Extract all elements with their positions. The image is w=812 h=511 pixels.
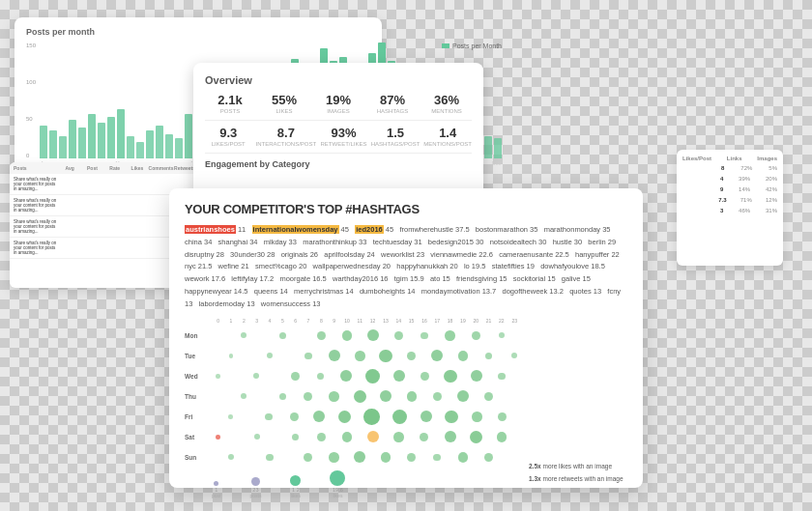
bubble (445, 411, 458, 424)
bubble (313, 411, 325, 422)
metric-lpp-label: LIKES/POST (205, 141, 252, 147)
metric-images-value: 19% (313, 94, 363, 106)
bubble (317, 373, 325, 381)
row-post-text: Share what's really on your content for … (14, 241, 59, 255)
bubble-cell (508, 427, 521, 446)
bubble-cell (392, 447, 405, 467)
bubble (445, 431, 456, 442)
bubble (420, 332, 428, 340)
bubble-cell (366, 346, 379, 365)
bubble-cell (276, 427, 289, 446)
bubble-cell (444, 346, 456, 365)
bubble-cell (471, 407, 483, 426)
bubble-cell (496, 366, 508, 385)
bubble-cell (224, 407, 237, 426)
metric-int-label: INTERACTIONS/POST (256, 141, 317, 147)
bubble-cell (405, 386, 418, 406)
bubble-cell (276, 386, 289, 406)
bubble-cell (340, 447, 353, 467)
bar (78, 128, 86, 158)
bubble-cell (212, 366, 224, 385)
bubble-cell (431, 447, 444, 467)
bubble (433, 392, 442, 401)
bubble-cell (495, 386, 508, 406)
metric-images: 19% IMAGES (313, 94, 363, 114)
bubble (363, 409, 380, 425)
bubble-cell (328, 326, 340, 345)
bubble (253, 373, 259, 379)
bubble-cell (456, 346, 469, 365)
bubble-cell (418, 326, 430, 345)
bubble-cell (250, 386, 263, 406)
bar (98, 123, 105, 158)
bubble (367, 329, 379, 341)
bubble-cell (406, 366, 419, 385)
bubble-cell (482, 447, 495, 467)
bubble-cell (289, 447, 302, 467)
bubble (407, 391, 418, 402)
bubble (497, 432, 508, 442)
col-rate: Rate (103, 165, 126, 171)
bubble-cell (444, 366, 457, 385)
bubble (304, 353, 312, 360)
bubble-row: Sun (185, 447, 521, 467)
bubble (329, 452, 339, 463)
bubble-row: Fri (185, 407, 521, 426)
row-post-text: Share what's really on your content for … (14, 219, 59, 234)
bubble-cell (392, 386, 405, 406)
bar (117, 109, 125, 158)
bubble-cell (302, 447, 314, 467)
metric-hp-value: 1.5 (371, 127, 420, 139)
bubble-cell (431, 326, 444, 345)
bubble-cell (431, 366, 444, 385)
bubble (484, 392, 493, 401)
bubble (472, 412, 482, 422)
bubble-cell (354, 427, 366, 446)
bubble-cell (238, 346, 250, 365)
bar (165, 134, 173, 158)
bubble-cell (340, 386, 353, 406)
bubble-chart-section: 0 1 2 3 4 5 6 7 8 9 10 11 12 13 14 15 16… (185, 318, 627, 506)
bar (494, 138, 502, 158)
bubble-cell (353, 366, 365, 385)
bubble-cell (263, 386, 276, 406)
bubble-cell (276, 447, 289, 467)
bar (107, 117, 115, 158)
bubble-cell (224, 447, 237, 467)
metric-posts-value: 2.1k (205, 94, 255, 106)
bubble-cell (392, 407, 407, 426)
bar (484, 136, 492, 158)
bubble-cell (508, 346, 521, 365)
bubble-cell (313, 407, 326, 426)
bubble-cell (238, 386, 250, 406)
bubble-cell (379, 346, 392, 365)
links-header: Links (727, 156, 742, 161)
metric-retweet: 93% RETWEET/LIKES (320, 127, 367, 147)
overview-metrics-row2: 9.3 LIKES/POST 8.7 INTERACTIONS/POST 93%… (205, 127, 472, 147)
bubble-cell (224, 326, 237, 345)
bubble-row: Thu (185, 386, 521, 406)
bubble (266, 454, 274, 462)
bubble-cell (340, 366, 353, 385)
bubble-cell (327, 366, 339, 385)
bubble (355, 351, 365, 361)
bubble-cell (263, 326, 276, 345)
bubble-cell (250, 366, 263, 385)
bubble (241, 332, 246, 338)
legend-text-1: 2.5x more likes with an image (529, 462, 627, 470)
bubble (471, 370, 482, 382)
bubble (458, 452, 469, 463)
bubble (444, 370, 457, 383)
bubble (367, 431, 379, 442)
bubble-cell (262, 407, 275, 426)
bubble-row: Tue (185, 346, 521, 365)
bubble-cell (289, 346, 302, 365)
bubble (292, 434, 300, 441)
metric-images-label: IMAGES (313, 108, 363, 114)
bubble-cell (289, 427, 302, 446)
bubble-scale: 1 post 23 posts 1.2 likes 19.6 likes (185, 470, 521, 498)
bubble-cell (354, 386, 367, 406)
bubble (304, 453, 312, 462)
bar (88, 114, 96, 158)
images-header: Images (757, 156, 777, 161)
